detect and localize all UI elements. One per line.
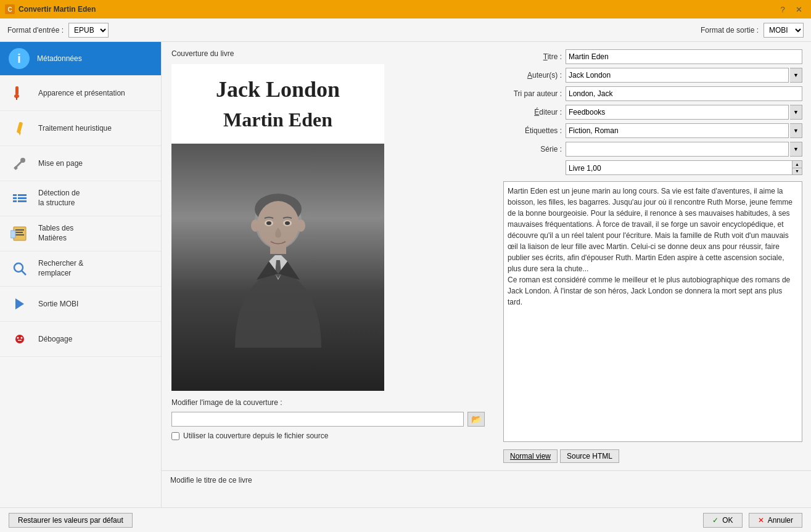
svg-point-19 <box>14 263 23 272</box>
svg-marker-21 <box>15 298 24 309</box>
sidebar-label-toc: Tables desMatières <box>38 224 73 243</box>
etiquettes-dropdown[interactable]: ▼ <box>790 123 802 138</box>
html-source-button[interactable]: Source HTML <box>560 449 619 463</box>
sidebar-label-debug: Débogage <box>38 335 72 343</box>
sidebar-item-search[interactable]: Rechercher &remplacer <box>0 252 161 287</box>
sidebar-item-output[interactable]: Sortie MOBI <box>0 287 161 322</box>
editeur-dropdown[interactable]: ▼ <box>790 105 802 120</box>
book-num-value: Livre 1,00 <box>566 161 792 174</box>
etiquettes-input[interactable] <box>566 123 789 138</box>
svg-point-35 <box>285 221 290 225</box>
auteurs-dropdown[interactable]: ▼ <box>790 68 802 83</box>
top-section: Couverture du livre Jack London Martin E… <box>162 42 811 470</box>
sidebar-label-structure: Détection dela structure <box>38 189 80 208</box>
cover-panel: Couverture du livre Jack London Martin E… <box>162 42 495 470</box>
sidebar-label-metadata: Métadonnées <box>37 54 82 63</box>
use-source-checkbox[interactable] <box>171 432 179 440</box>
cover-path-input[interactable] <box>171 412 464 427</box>
svg-point-30 <box>251 219 260 232</box>
window-controls: ? ✕ <box>775 2 806 16</box>
svg-point-6 <box>20 158 25 163</box>
sidebar-item-layout[interactable]: Mise en page <box>0 146 161 181</box>
svg-rect-10 <box>13 200 17 202</box>
book-author-display: Jack London <box>216 76 340 102</box>
svg-point-31 <box>297 219 305 232</box>
info-icon: i <box>9 48 30 69</box>
ok-button[interactable]: ✓ OK <box>703 513 742 528</box>
svg-rect-8 <box>13 194 17 196</box>
cover-image: Jack London Martin Eden <box>171 64 384 391</box>
sidebar: i Métadonnées Apparence et présentation … <box>0 42 162 507</box>
ok-icon: ✓ <box>712 516 718 525</box>
metadata-panel: Titre : Auteur(s) : ▼ Tri par auteur : É… <box>495 42 811 470</box>
book-num-up[interactable]: ▲ <box>792 161 802 168</box>
normal-view-button[interactable]: Normal view <box>503 449 558 463</box>
sidebar-label-heuristic: Traitement heuristique <box>38 124 112 133</box>
etiquettes-row: Étiquettes : ▼ <box>503 123 802 138</box>
book-title-display: Martin Eden <box>223 108 332 131</box>
help-button[interactable]: ? <box>775 2 790 16</box>
cancel-button[interactable]: ✕ Annuler <box>749 513 802 528</box>
svg-rect-18 <box>10 231 15 238</box>
editeur-input[interactable] <box>566 105 789 120</box>
titre-input[interactable] <box>566 49 802 64</box>
output-format-select[interactable]: MOBI EPUB AZW3 DOCX HTML PDF <box>764 23 804 38</box>
content-area: Couverture du livre Jack London Martin E… <box>162 42 811 507</box>
serie-label: Série : <box>503 145 562 153</box>
output-icon <box>9 293 31 315</box>
svg-rect-2 <box>16 97 17 100</box>
svg-rect-15 <box>15 229 24 231</box>
list-icon <box>9 187 31 210</box>
titre-label: Titre : <box>503 52 562 61</box>
sidebar-item-metadata[interactable]: i Métadonnées <box>0 42 161 76</box>
search-icon <box>9 258 31 280</box>
svg-rect-13 <box>18 200 27 202</box>
tri-label: Tri par auteur : <box>503 89 562 98</box>
serie-input[interactable] <box>566 142 789 157</box>
sidebar-label-appearance: Apparence et présentation <box>38 89 125 97</box>
restore-defaults-button[interactable]: Restaurer les valeurs par défaut <box>9 513 133 528</box>
titre-row: Titre : <box>503 49 802 64</box>
booknum-row: Livre 1,00 ▲ ▼ <box>503 160 802 175</box>
app-icon: C <box>5 4 15 14</box>
sidebar-item-appearance[interactable]: Apparence et présentation <box>0 76 161 111</box>
sidebar-item-structure[interactable]: Détection dela structure <box>0 181 161 216</box>
svg-rect-11 <box>18 194 27 196</box>
svg-line-20 <box>22 271 26 275</box>
svg-marker-4 <box>19 133 21 136</box>
auteurs-input[interactable] <box>566 68 789 83</box>
svg-rect-3 <box>17 122 23 134</box>
serie-row: Série : ▼ <box>503 142 802 157</box>
description-textarea[interactable] <box>503 181 802 442</box>
svg-rect-9 <box>13 197 17 199</box>
input-format-label: Format d'entrée : <box>7 26 64 35</box>
bottom-hint: Modifie le titre de ce livre <box>162 470 811 507</box>
paintbrush-icon <box>9 82 31 104</box>
etiquettes-label: Étiquettes : <box>503 126 562 135</box>
bug-icon <box>9 328 31 350</box>
sidebar-item-heuristic[interactable]: Traitement heuristique <box>0 111 161 146</box>
svg-rect-12 <box>18 197 27 199</box>
input-format-select[interactable]: EPUB MOBI AZW3 DOCX HTML PDF <box>68 23 109 38</box>
pencil-icon <box>9 117 31 139</box>
portrait-svg <box>216 187 340 348</box>
use-source-cover-row: Utiliser la couverture depuis le fichier… <box>171 432 485 440</box>
book-num-down[interactable]: ▼ <box>792 168 802 175</box>
auteurs-row: Auteur(s) : ▼ <box>503 68 802 83</box>
footer: Restaurer les valeurs par défaut ✓ OK ✕ … <box>0 507 811 532</box>
svg-point-22 <box>15 335 24 343</box>
svg-point-23 <box>17 337 19 339</box>
use-source-label[interactable]: Utiliser la couverture depuis le fichier… <box>183 432 328 440</box>
svg-point-24 <box>21 337 23 339</box>
formatbar: Format d'entrée : EPUB MOBI AZW3 DOCX HT… <box>0 18 811 42</box>
cover-browse-button[interactable]: 📂 <box>467 412 485 427</box>
serie-dropdown[interactable]: ▼ <box>790 142 802 157</box>
close-button[interactable]: ✕ <box>791 2 806 16</box>
cover-path-row: 📂 <box>171 412 485 427</box>
svg-rect-16 <box>15 232 23 233</box>
sidebar-item-toc[interactable]: Tables desMatières <box>0 216 161 252</box>
sidebar-item-debug[interactable]: Débogage <box>0 322 161 357</box>
svg-rect-0 <box>15 86 19 95</box>
cover-input-row: Modifier l'image de la couverture : <box>171 398 485 407</box>
tri-input[interactable] <box>566 86 802 101</box>
